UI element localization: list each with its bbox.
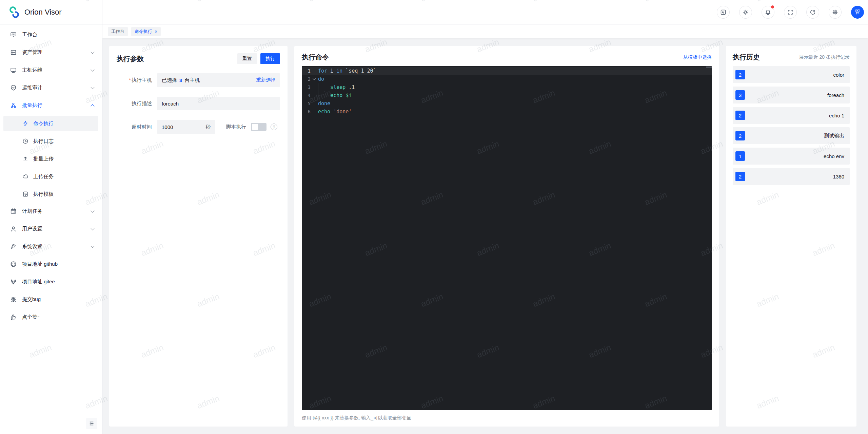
code-text: sleep .1: [318, 83, 712, 91]
code-editor[interactable]: 1for i in `seq 1 20`2do3 sleep .14 echo …: [302, 66, 712, 410]
history-item-name: 测试输出: [824, 133, 844, 139]
exec-command-panel: 执行命令 从模板中选择 1for i in `seq 1 20`2do3 sle…: [294, 46, 719, 427]
script-exec-label: 脚本执行: [226, 124, 246, 130]
sidebar-item-github-link[interactable]: 项目地址 github: [0, 257, 102, 271]
code-line[interactable]: 5done: [302, 99, 712, 108]
sidebar-item-assets[interactable]: 资产管理: [0, 45, 102, 59]
indent-guide: [318, 91, 318, 99]
sidebar-item-gitee-link[interactable]: 项目地址 gitee: [0, 275, 102, 288]
code-line[interactable]: 6echo 'done': [302, 108, 712, 116]
history-item-name: foreach: [827, 92, 844, 98]
history-count-badge: 2: [735, 131, 745, 140]
tab-command-exec[interactable]: 命令执行 ×: [131, 27, 161, 36]
sidebar-item-label: 批量上传: [33, 156, 54, 162]
fold-spacer: [311, 108, 318, 116]
history-item[interactable]: 2color: [733, 66, 850, 83]
history-count-badge: 2: [735, 70, 745, 79]
history-item[interactable]: 21360: [733, 168, 850, 185]
sidebar-item-user-settings[interactable]: 用户设置: [0, 222, 102, 235]
sidebar-item-exec-template[interactable]: 执行模板: [3, 187, 98, 202]
chevron-down-icon: [91, 86, 95, 90]
reselect-hosts-link[interactable]: 重新选择: [256, 77, 275, 83]
host-selected-prefix: 已选择: [162, 77, 177, 83]
line-number: 5: [302, 99, 311, 108]
fullscreen-button[interactable]: [784, 6, 797, 19]
history-item[interactable]: 3foreach: [733, 87, 850, 103]
sidebar-item-upload-task[interactable]: 上传任务: [3, 169, 98, 184]
sidebar-item-label: 工作台: [22, 32, 37, 38]
select-from-template-link[interactable]: 从模板中选择: [683, 54, 712, 60]
editor-scrollbar-thumb[interactable]: [706, 67, 712, 68]
tab-close-icon[interactable]: ×: [155, 29, 157, 34]
help-icon: ?: [271, 124, 277, 130]
description-input[interactable]: foreach: [157, 97, 280, 110]
refresh-icon: [810, 9, 816, 15]
sidebar-item-label: 命令执行: [33, 120, 54, 127]
host-selector-field[interactable]: 已选择 3 台主机 重新选择: [157, 73, 280, 87]
user-icon: [10, 226, 17, 232]
code-line[interactable]: 2do: [302, 75, 712, 83]
user-avatar[interactable]: 管: [851, 6, 864, 19]
code-line[interactable]: 4 echo $i: [302, 91, 712, 99]
logo-area: Orion Visor: [0, 0, 102, 24]
sidebar-item-batch-upload[interactable]: 批量上传: [3, 151, 98, 166]
script-exec-toggle[interactable]: [251, 123, 267, 131]
notifications-button[interactable]: [762, 6, 774, 19]
sidebar-item-report-bug[interactable]: 提交bug: [0, 293, 102, 306]
reset-button[interactable]: 重置: [237, 53, 257, 64]
chevron-down-icon: [91, 50, 95, 54]
template-icon: [22, 191, 28, 197]
description-value: foreach: [162, 101, 179, 107]
sidebar-item-batch-exec[interactable]: 批量执行: [0, 98, 102, 112]
chevron-up-icon: [91, 103, 95, 107]
code-text: echo $i: [318, 91, 712, 99]
fullscreen-icon: [787, 9, 793, 15]
history-item[interactable]: 2测试输出: [733, 127, 850, 144]
tab-workbench[interactable]: 工作台: [108, 27, 128, 36]
sidebar-item-system-settings[interactable]: 系统设置: [0, 240, 102, 253]
exec-history-subtitle: 展示最近 20 条执行记录: [799, 54, 850, 60]
notification-dot: [771, 5, 774, 8]
sidebar-item-label: 提交bug: [22, 296, 41, 303]
code-line[interactable]: 1for i in `seq 1 20`: [302, 67, 712, 75]
clock-history-icon: [22, 138, 28, 144]
sidebar-item-exec-log[interactable]: 执行日志: [3, 134, 98, 149]
content-area: 执行参数 重置 执行 *执行主机 已选择 3 台主机 重新选择: [102, 38, 868, 434]
line-number: 6: [302, 108, 311, 116]
sidebar-collapse-button[interactable]: [86, 418, 97, 429]
tab-bar: 工作台 命令执行 ×: [102, 24, 868, 38]
chevron-down-icon: [91, 209, 95, 213]
cluster-icon: [10, 102, 17, 109]
code-button[interactable]: [717, 6, 730, 19]
line-number: 1: [302, 67, 311, 75]
history-item[interactable]: 2echo 1: [733, 107, 850, 124]
sidebar-item-workbench[interactable]: 工作台: [0, 28, 102, 41]
tab-label: 工作台: [111, 29, 124, 35]
sidebar-item-host-ops[interactable]: 主机运维: [0, 63, 102, 77]
refresh-button[interactable]: [806, 6, 819, 19]
exec-command-title: 执行命令: [302, 53, 329, 62]
timeout-input[interactable]: 1000 秒: [157, 120, 215, 134]
theme-toggle-button[interactable]: [739, 6, 752, 19]
timeout-value: 1000: [162, 124, 173, 130]
fold-chevron-icon[interactable]: [311, 75, 318, 83]
gitee-icon: [10, 279, 17, 285]
execute-button[interactable]: 执行: [260, 53, 280, 64]
tab-label: 命令执行: [135, 29, 152, 35]
app-header: Orion Visor: [0, 0, 868, 24]
sidebar-item-label: 用户设置: [22, 226, 42, 232]
thumbs-up-icon: [10, 314, 17, 320]
settings-button[interactable]: [829, 6, 842, 19]
header-actions: 管: [717, 6, 868, 19]
sidebar-item-label: 批量执行: [22, 102, 42, 109]
history-item[interactable]: 1echo env: [733, 148, 850, 165]
sidebar-item-command-exec[interactable]: 命令执行: [3, 116, 98, 131]
sidebar-item-ops-audit[interactable]: 运维审计: [0, 81, 102, 94]
code-line[interactable]: 3 sleep .1: [302, 83, 712, 91]
exec-params-form: *执行主机 已选择 3 台主机 重新选择 执行描述 foreach: [117, 73, 280, 134]
sidebar-item-like[interactable]: 点个赞~: [0, 310, 102, 324]
code-icon: [720, 9, 726, 15]
code-text: done: [318, 99, 712, 108]
required-mark: *: [129, 77, 131, 83]
sidebar-item-scheduled-tasks[interactable]: 计划任务: [0, 204, 102, 218]
